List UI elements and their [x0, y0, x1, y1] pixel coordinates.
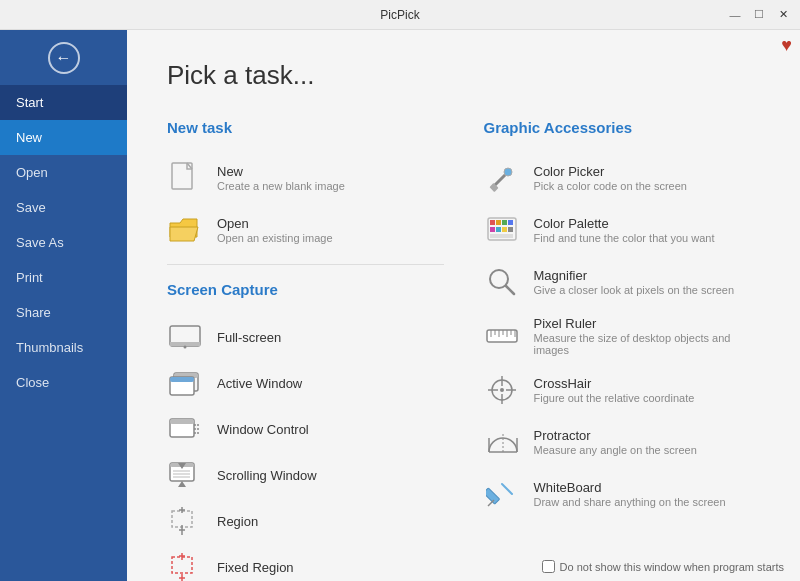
svg-rect-38 — [502, 220, 507, 225]
svg-rect-42 — [502, 227, 507, 232]
svg-point-33 — [504, 168, 512, 176]
sidebar-item-save[interactable]: Save — [0, 190, 127, 225]
sidebar-item-thumbnails[interactable]: Thumbnails — [0, 330, 127, 365]
color-picker-item[interactable]: Color Picker Pick a color code on the sc… — [484, 152, 761, 204]
graphic-accessories-section-title: Graphic Accessories — [484, 119, 761, 136]
color-palette-text: Color Palette Find and tune the color th… — [534, 216, 715, 244]
pixel-ruler-desc: Measure the size of desktop objects and … — [534, 332, 761, 356]
new-image-text: New Create a new blank image — [217, 164, 345, 192]
sidebar-nav: Start New Open Save Save As Print — [0, 85, 127, 581]
watermark: ♥ — [781, 35, 792, 56]
color-picker-text: Color Picker Pick a color code on the sc… — [534, 164, 687, 192]
svg-rect-36 — [490, 220, 495, 225]
titlebar-title: PicPick — [380, 8, 419, 22]
crosshair-label: CrossHair — [534, 376, 695, 391]
color-palette-icon — [484, 212, 520, 248]
protractor-item[interactable]: Protractor Measure any angle on the scre… — [484, 416, 761, 468]
sidebar-item-start[interactable]: Start — [0, 85, 127, 120]
window-control-icon — [167, 415, 203, 443]
open-image-item[interactable]: Open Open an existing image — [167, 204, 444, 256]
page-title: Pick a task... — [167, 60, 760, 91]
scrolling-window-item[interactable]: Scrolling Window — [167, 452, 444, 498]
active-window-item[interactable]: Active Window — [167, 360, 444, 406]
svg-line-67 — [502, 484, 512, 494]
region-item[interactable]: Region — [167, 498, 444, 544]
crosshair-text: CrossHair Figure out the relative coordi… — [534, 376, 695, 404]
titlebar: PicPick — ☐ ✕ — [0, 0, 800, 30]
close-window-button[interactable]: ✕ — [774, 6, 792, 24]
minimize-button[interactable]: — — [726, 6, 744, 24]
magnifier-icon — [484, 264, 520, 300]
svg-point-4 — [184, 346, 187, 349]
bottom-bar: Do not show this window when program sta… — [542, 560, 784, 573]
svg-marker-19 — [178, 481, 186, 487]
svg-rect-37 — [496, 220, 501, 225]
open-image-text: Open Open an existing image — [217, 216, 333, 244]
fullscreen-label: Full-screen — [217, 330, 281, 345]
left-column: New task New Create a new bla — [167, 119, 444, 581]
fullscreen-icon — [167, 323, 203, 351]
scrolling-window-label: Scrolling Window — [217, 468, 317, 483]
svg-rect-44 — [490, 234, 513, 238]
fixed-region-icon — [167, 553, 203, 581]
svg-rect-40 — [490, 227, 495, 232]
content-grid: New task New Create a new bla — [167, 119, 760, 581]
color-picker-label: Color Picker — [534, 164, 687, 179]
crosshair-desc: Figure out the relative coordinate — [534, 392, 695, 404]
protractor-label: Protractor — [534, 428, 697, 443]
screen-capture-section-title: Screen Capture — [167, 281, 444, 298]
pixel-ruler-text: Pixel Ruler Measure the size of desktop … — [534, 316, 761, 356]
new-image-item[interactable]: New Create a new blank image — [167, 152, 444, 204]
fixed-region-item[interactable]: Fixed Region — [167, 544, 444, 581]
svg-rect-10 — [170, 419, 194, 424]
open-image-desc: Open an existing image — [217, 232, 333, 244]
pixel-ruler-icon — [484, 318, 520, 354]
whiteboard-item[interactable]: WhiteBoard Draw and share anything on th… — [484, 468, 761, 520]
do-not-show-checkbox[interactable] — [542, 560, 555, 573]
svg-rect-39 — [508, 220, 513, 225]
sidebar-item-save-as[interactable]: Save As — [0, 225, 127, 260]
color-palette-item[interactable]: Color Palette Find and tune the color th… — [484, 204, 761, 256]
right-column: Graphic Accessories Color Picker — [484, 119, 761, 581]
svg-rect-0 — [172, 163, 192, 189]
active-window-label: Active Window — [217, 376, 302, 391]
new-image-label: New — [217, 164, 345, 179]
fixed-region-label: Fixed Region — [217, 560, 294, 575]
section-divider — [167, 264, 444, 265]
whiteboard-desc: Draw and share anything on the screen — [534, 496, 726, 508]
open-image-icon — [167, 212, 203, 248]
new-image-icon — [167, 160, 203, 196]
maximize-button[interactable]: ☐ — [750, 6, 768, 24]
crosshair-item[interactable]: CrossHair Figure out the relative coordi… — [484, 364, 761, 416]
back-button[interactable]: ← — [0, 30, 127, 85]
new-task-section-title: New task — [167, 119, 444, 136]
open-image-label: Open — [217, 216, 333, 231]
region-label: Region — [217, 514, 258, 529]
whiteboard-icon — [484, 476, 520, 512]
color-palette-desc: Find and tune the color that you want — [534, 232, 715, 244]
titlebar-controls: — ☐ ✕ — [726, 6, 792, 24]
sidebar-item-open[interactable]: Open — [0, 155, 127, 190]
svg-rect-21 — [172, 511, 192, 527]
fullscreen-item[interactable]: Full-screen — [167, 314, 444, 360]
magnifier-text: Magnifier Give a closer look at pixels o… — [534, 268, 735, 296]
magnifier-item[interactable]: Magnifier Give a closer look at pixels o… — [484, 256, 761, 308]
active-window-icon — [167, 369, 203, 397]
svg-line-46 — [506, 286, 514, 294]
whiteboard-label: WhiteBoard — [534, 480, 726, 495]
crosshair-icon — [484, 372, 520, 408]
window-control-item[interactable]: Window Control — [167, 406, 444, 452]
sidebar-item-share[interactable]: Share — [0, 295, 127, 330]
sidebar-item-print[interactable]: Print — [0, 260, 127, 295]
color-palette-label: Color Palette — [534, 216, 715, 231]
svg-rect-3 — [170, 342, 200, 346]
svg-point-60 — [500, 388, 504, 392]
protractor-desc: Measure any angle on the screen — [534, 444, 697, 456]
app-body: ← Start New Open Save Save As — [0, 30, 800, 581]
sidebar-item-new[interactable]: New — [0, 120, 127, 155]
magnifier-desc: Give a closer look at pixels on the scre… — [534, 284, 735, 296]
sidebar-item-close[interactable]: Close — [0, 365, 127, 400]
svg-rect-8 — [170, 377, 194, 382]
magnifier-label: Magnifier — [534, 268, 735, 283]
pixel-ruler-item[interactable]: Pixel Ruler Measure the size of desktop … — [484, 308, 761, 364]
